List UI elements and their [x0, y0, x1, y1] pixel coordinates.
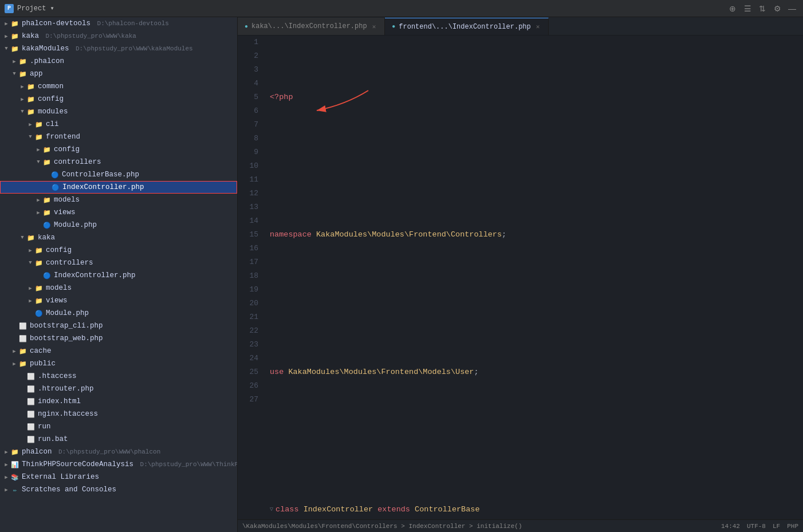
tab-frontend-index[interactable]: ● frontend\...\IndexController.php ✕ — [385, 18, 549, 35]
code-content[interactable]: <?php namespace — [265, 36, 803, 519]
chevron-right-icon: ▶ — [26, 121, 34, 128]
sidebar-item-htaccess[interactable]: ⬜ .htaccess — [0, 370, 237, 383]
arrow-annotation — [311, 88, 391, 122]
sidebar-item-module-frontend[interactable]: 🔵 Module.php — [0, 219, 237, 231]
kw-class: class — [275, 503, 304, 517]
item-label: app — [30, 70, 43, 78]
php-file-icon: 🔵 — [51, 183, 60, 192]
sidebar-item-bootstrap-web[interactable]: ⬜ bootstrap_web.php — [0, 332, 237, 345]
chevron-right-icon: ▶ — [2, 487, 10, 493]
class-name: IndexController — [304, 503, 378, 517]
folder-icon: 📁 — [18, 69, 27, 78]
sidebar-item-config-frontend[interactable]: ▶ 📁 config — [0, 143, 237, 156]
minimize-icon[interactable]: — — [786, 2, 798, 15]
sidebar-item-modules[interactable]: ▼ 📁 modules — [0, 105, 237, 118]
sidebar-item-kaka-root[interactable]: ▶ 📁 kaka D:\phpstudy_pro\WWW\kaka — [0, 30, 237, 42]
project-label[interactable]: Project ▾ — [17, 4, 54, 13]
sidebar-item-htrouter[interactable]: ⬜ .htrouter.php — [0, 383, 237, 395]
settings-icon[interactable]: ⚙ — [771, 2, 784, 15]
item-label: models — [54, 196, 80, 204]
chevron-right-icon: ▶ — [34, 210, 42, 216]
tab-bar: ● kaka\...\IndexController.php ✕ ● front… — [238, 17, 803, 36]
item-label: IndexController.php — [62, 183, 144, 191]
sidebar-item-phalcon-hidden[interactable]: ▶ 📁 .phalcon — [0, 55, 237, 68]
item-label: .htaccess — [38, 372, 77, 380]
sidebar-item-views-frontend[interactable]: ▶ 📁 views — [0, 206, 237, 219]
sidebar-item-external-libraries[interactable]: ▶ 📚 External Libraries — [0, 471, 237, 483]
code-line-5: use KakaModules\Modules\Frontend\Models\… — [265, 365, 803, 379]
sidebar-item-module-kaka[interactable]: 🔵 Module.php — [0, 307, 237, 320]
sidebar-item-run-bat[interactable]: ⬜ run.bat — [0, 433, 237, 446]
sort-icon[interactable]: ⇅ — [756, 2, 769, 15]
title-bar-controls: ⊕ ☰ ⇅ ⚙ — — [726, 2, 798, 15]
sidebar-item-frontend[interactable]: ▼ 📁 frontend — [0, 131, 237, 143]
tab-file-icon: ● — [392, 23, 395, 30]
sidebar-item-views-kaka[interactable]: ▶ 📁 views — [0, 294, 237, 307]
sidebar-item-run[interactable]: ⬜ run — [0, 420, 237, 433]
gutter-fold-icon: ▽ — [270, 503, 273, 517]
sidebar-item-models-frontend[interactable]: ▶ 📁 models — [0, 194, 237, 206]
sidebar-item-cache[interactable]: ▶ 📁 cache — [0, 345, 237, 357]
item-label: kaka D:\phpstudy_pro\WWW\kaka — [22, 32, 136, 40]
item-label: common — [38, 82, 64, 90]
sidebar-item-config-kaka[interactable]: ▶ 📁 config — [0, 244, 237, 257]
code-editor[interactable]: 1 2 3 4 5 6 7 8 9 10 11 12 13 14 15 16 1… — [238, 36, 803, 519]
sidebar-item-kaka-sub[interactable]: ▼ 📁 kaka — [0, 231, 237, 244]
sidebar-item-app[interactable]: ▼ 📁 app — [0, 68, 237, 80]
sidebar-item-public[interactable]: ▶ 📁 public — [0, 357, 237, 370]
chevron-right-icon: ▶ — [10, 361, 18, 367]
code-area: ● kaka\...\IndexController.php ✕ ● front… — [238, 17, 803, 532]
sidebar-item-common[interactable]: ▶ 📁 common — [0, 80, 237, 93]
item-label: run — [38, 423, 51, 431]
chevron-right-icon: ▶ — [18, 96, 26, 103]
sidebar-item-controllers[interactable]: ▼ 📁 controllers — [0, 156, 237, 168]
folder-icon: 📁 — [18, 359, 27, 368]
item-label: ControllerBase.php — [62, 171, 139, 179]
sidebar-item-controllerbase[interactable]: 🔵 ControllerBase.php — [0, 168, 237, 181]
sidebar-item-kakaModules[interactable]: ▼ 📁 kakaModules D:\phpstudy_pro\WWW\kaka… — [0, 42, 237, 55]
sidebar-item-nginx[interactable]: ⬜ nginx.htaccess — [0, 408, 237, 420]
nav-icon[interactable]: ⊕ — [726, 2, 739, 15]
code-line-7: ▽ class IndexController extends Controll… — [265, 503, 803, 517]
file-icon: ⬜ — [26, 372, 36, 381]
chevron-down-icon: ▼ — [18, 109, 26, 115]
php-file-icon: 🔵 — [50, 170, 60, 179]
tab-close-button[interactable]: ✕ — [534, 22, 542, 31]
folder-icon: 📁 — [26, 94, 36, 104]
chevron-right-icon: ▶ — [18, 84, 26, 90]
folder-icon: 📁 — [26, 82, 36, 91]
chevron-down-icon: ▼ — [2, 46, 10, 52]
line-numbers: 1 2 3 4 5 6 7 8 9 10 11 12 13 14 15 16 1… — [238, 36, 265, 519]
sidebar-item-phalcon-devtools[interactable]: ▶ 📁 phalcon-devtools D:\phalcon-devtools — [0, 17, 237, 30]
item-label: .phalcon — [30, 57, 64, 65]
item-label: controllers — [54, 158, 101, 166]
sidebar-item-controllers-kaka[interactable]: ▼ 📁 controllers — [0, 257, 237, 269]
chevron-down-icon: ▼ — [18, 235, 26, 241]
tab-kaka-index[interactable]: ● kaka\...\IndexController.php ✕ — [238, 18, 385, 35]
tab-close-button[interactable]: ✕ — [371, 22, 378, 31]
use-name: KakaModules\Modules\Frontend\Models\User — [288, 365, 474, 379]
sidebar-item-indexcontroller-frontend[interactable]: 🔵 IndexController.php — [0, 181, 237, 194]
sidebar-item-bootstrap-cli[interactable]: ⬜ bootstrap_cli.php — [0, 320, 237, 332]
cursor-position: 14:42 — [721, 523, 740, 530]
item-label: cache — [30, 347, 52, 355]
item-label: nginx.htaccess — [38, 410, 98, 418]
folder-icon: 📁 — [34, 296, 44, 305]
chevron-right-icon: ▶ — [2, 449, 10, 455]
list-icon[interactable]: ☰ — [741, 2, 754, 15]
sidebar-item-config[interactable]: ▶ 📁 config — [0, 93, 237, 105]
folder-icon: 📁 — [26, 233, 36, 242]
sidebar-item-models-kaka[interactable]: ▶ 📁 models — [0, 282, 237, 294]
sidebar-item-phalcon-root[interactable]: ▶ 📁 phalcon D:\phpstudy_pro\WWW\phalcon — [0, 446, 237, 458]
status-bar: \KakaModules\Modules\Frontend\Controller… — [238, 519, 803, 532]
folder-icon: 📁 — [34, 258, 44, 267]
item-label: config — [46, 246, 72, 254]
sidebar-item-scratches[interactable]: ▶ ✏️ Scratches and Consoles — [0, 483, 237, 496]
chevron-right-icon: ▶ — [10, 348, 18, 354]
chevron-down-icon: ▼ — [34, 159, 42, 165]
sidebar-item-cli[interactable]: ▶ 📁 cli — [0, 118, 237, 131]
sidebar-item-thinkphp[interactable]: ▶ 📊 ThinkPHPSourceCodeAnalysis D:\phpstu… — [0, 458, 237, 471]
sidebar-item-indexcontroller-kaka[interactable]: 🔵 IndexController.php — [0, 269, 237, 282]
item-label: IndexController.php — [54, 271, 136, 279]
sidebar-item-index-html[interactable]: ⬜ index.html — [0, 395, 237, 408]
